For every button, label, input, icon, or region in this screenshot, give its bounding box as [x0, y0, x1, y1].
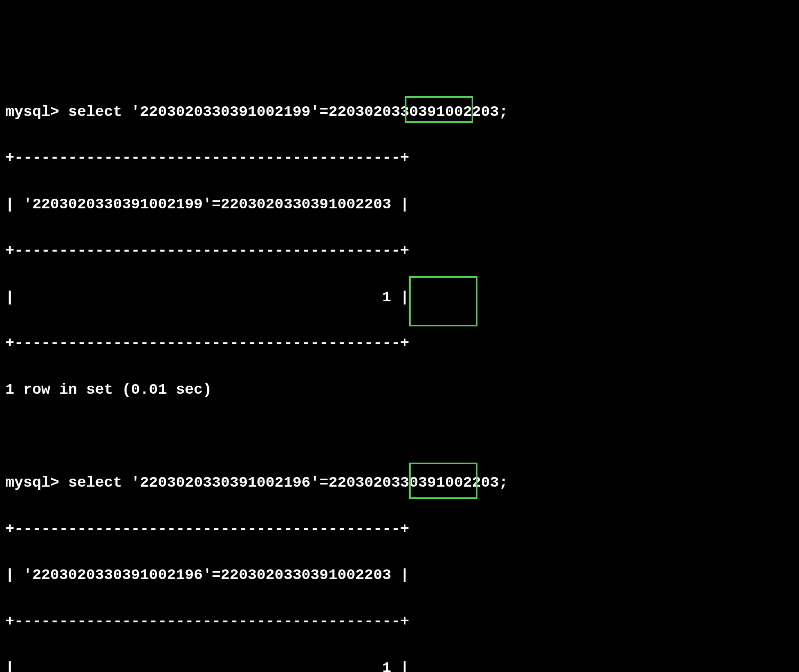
query-text: select '2203020330391002199'=22030203303… — [68, 104, 508, 120]
table-row: | 1 | — [5, 286, 794, 309]
table-border: +---------------------------------------… — [5, 518, 794, 541]
terminal-line-prompt: mysql> select '2203020330391002199'=2203… — [5, 100, 794, 123]
table-border: +---------------------------------------… — [5, 610, 794, 633]
table-header: | '2203020330391002196'=2203020330391002… — [5, 564, 794, 587]
mysql-prompt: mysql> — [5, 474, 59, 491]
column-header: '2203020330391002196'=220302033039100220… — [24, 567, 391, 583]
result-footer: 1 row in set (0.01 sec) — [5, 378, 794, 401]
table-border: +---------------------------------------… — [5, 239, 794, 262]
column-header: '2203020330391002199'=220302033039100220… — [24, 196, 391, 213]
result-value: 1 — [382, 660, 391, 672]
table-border: +---------------------------------------… — [5, 146, 794, 169]
table-row: | 1 | — [5, 657, 794, 672]
result-value: 1 — [382, 289, 391, 306]
blank-line — [5, 425, 794, 448]
table-header: | '2203020330391002199'=2203020330391002… — [5, 193, 794, 216]
terminal-line-prompt: mysql> select '2203020330391002196'=2203… — [5, 471, 794, 494]
table-border: +---------------------------------------… — [5, 332, 794, 355]
mysql-prompt: mysql> — [5, 104, 59, 120]
query-text: select '2203020330391002196'=22030203303… — [68, 474, 508, 491]
